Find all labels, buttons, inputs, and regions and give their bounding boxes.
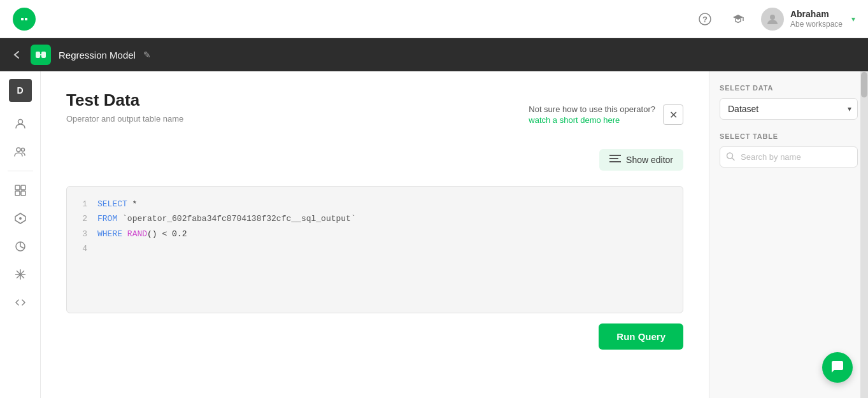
help-button[interactable]: ? (695, 9, 715, 29)
sidebar-item-network[interactable] (9, 207, 32, 230)
code-editor[interactable]: 1 SELECT * 2 FROM `operator_602faba34fc8… (66, 186, 683, 313)
run-query-button[interactable]: Run Query (599, 323, 683, 350)
main-layout: D (0, 71, 868, 398)
learn-button[interactable] (728, 9, 748, 29)
show-editor-row: Show editor (66, 149, 683, 178)
top-navbar: ? Abraham Abe workspace ▾ (0, 0, 868, 38)
demo-text-block: Not sure how to use this operator? watch… (529, 104, 655, 125)
svg-rect-7 (36, 52, 40, 58)
svg-point-9 (18, 120, 22, 124)
svg-rect-12 (15, 185, 20, 190)
editor-icon (609, 154, 621, 166)
run-query-area: Run Query (66, 323, 683, 350)
select-data-label: SELECT DATA (720, 84, 858, 92)
logo[interactable] (13, 8, 36, 31)
svg-rect-1 (21, 18, 24, 20)
sidebar-item-people[interactable] (9, 112, 32, 135)
user-workspace: Abe workspace (790, 20, 843, 30)
code-line-3: 3 WHERE RAND() < 0.2 (77, 227, 672, 241)
right-panel: SELECT DATA Dataset ▾ SELECT TABLE (709, 71, 868, 398)
svg-rect-14 (15, 191, 20, 195)
svg-rect-15 (21, 191, 25, 195)
sidebar-divider (8, 171, 33, 171)
code-line-4: 4 (77, 241, 672, 256)
svg-rect-13 (21, 185, 25, 190)
close-demo-button[interactable]: ✕ (663, 104, 683, 125)
demo-link[interactable]: watch a short demo here (529, 115, 620, 125)
page-subtitle: Operator and output table name (66, 114, 183, 124)
user-avatar (761, 8, 784, 31)
user-text: Abraham Abe workspace (790, 8, 843, 30)
project-icon (31, 45, 51, 65)
show-editor-label: Show editor (626, 155, 673, 165)
dataset-select-wrap: Dataset ▾ (720, 98, 858, 120)
chevron-down-icon: ▾ (851, 15, 855, 24)
sidebar-item-team[interactable] (9, 140, 32, 163)
sidebar-item-snowflake[interactable] (9, 263, 32, 286)
search-by-name-input[interactable] (720, 146, 858, 167)
svg-rect-8 (41, 52, 46, 58)
project-title: Regression Model (59, 50, 136, 60)
chat-button[interactable] (822, 352, 853, 383)
svg-text:?: ? (702, 15, 708, 24)
search-icon (726, 152, 735, 162)
project-bar: Regression Model ✎ (0, 38, 868, 71)
code-line-1: 1 SELECT * (77, 197, 672, 211)
code-line-2: 2 FROM `operator_602faba34fc8704138f32cf… (77, 211, 672, 226)
demo-banner-right: Not sure how to use this operator? watch… (529, 104, 683, 125)
user-name: Abraham (790, 8, 843, 20)
search-input-wrap (720, 146, 858, 167)
dataset-select[interactable]: Dataset (720, 98, 858, 120)
sidebar-item-analytics[interactable] (9, 235, 32, 258)
left-sidebar: D (0, 71, 41, 398)
svg-point-11 (21, 148, 24, 152)
svg-point-0 (18, 13, 31, 25)
back-button[interactable] (10, 48, 23, 61)
svg-point-17 (19, 217, 22, 220)
sidebar-item-code[interactable] (9, 291, 32, 314)
select-table-label: SELECT TABLE (720, 132, 858, 140)
content-area: Test Data Operator and output table name… (41, 71, 709, 398)
svg-point-6 (770, 15, 775, 20)
sidebar-letter: D (9, 79, 32, 102)
sidebar-item-grid[interactable] (9, 179, 32, 202)
show-editor-button[interactable]: Show editor (599, 149, 683, 171)
demo-banner: Test Data Operator and output table name… (66, 90, 683, 139)
user-menu[interactable]: Abraham Abe workspace ▾ (761, 8, 855, 31)
logo-icon (13, 8, 36, 31)
edit-project-button[interactable]: ✎ (143, 50, 151, 60)
scrollbar-track (860, 71, 868, 398)
page-title: Test Data (66, 90, 183, 110)
navbar-right: ? Abraham Abe workspace ▾ (695, 8, 855, 31)
demo-help-text: Not sure how to use this operator? (529, 104, 655, 114)
scrollbar-thumb[interactable] (861, 72, 867, 97)
svg-line-27 (732, 158, 735, 160)
svg-point-10 (17, 148, 20, 152)
svg-rect-2 (25, 18, 27, 20)
